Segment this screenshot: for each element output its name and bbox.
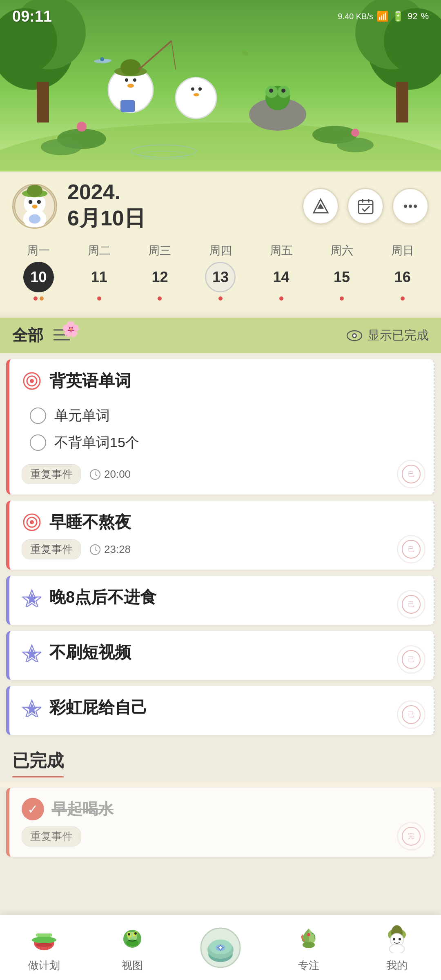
day-column-3[interactable]: 周四13 <box>205 243 236 301</box>
calendar-button[interactable] <box>347 188 384 225</box>
focus-nav-icon <box>292 922 325 955</box>
task-tag: 重复事件 <box>22 464 81 484</box>
task-card-task-2[interactable]: 早睡不熬夜重复事件 23:28已 <box>6 501 435 570</box>
target-icon <box>22 371 42 391</box>
svg-point-68 <box>353 334 356 337</box>
task-title: 背英语单词 <box>49 370 131 392</box>
day-number: 11 <box>84 262 114 292</box>
svg-point-112 <box>134 932 137 935</box>
day-column-2[interactable]: 周三12 <box>145 243 175 301</box>
stamp-decoration: 已 <box>397 460 425 488</box>
signal-icon: 📶 <box>376 11 389 22</box>
day-label: 周二 <box>88 243 111 258</box>
task-header: 晚8点后不进食 <box>22 586 421 608</box>
completed-section-title: 已完成 <box>12 749 64 777</box>
stamp-decoration: 已 <box>397 700 425 729</box>
task-card-task-1[interactable]: 背英语单词单元单词不背单词15个重复事件 20:00已 <box>6 359 435 494</box>
subtask-text: 不背单词15个 <box>54 433 139 452</box>
focus-nav[interactable]: 专注 <box>265 922 353 973</box>
avatar[interactable] <box>12 184 57 229</box>
battery-level: 92 <box>408 11 417 22</box>
show-completed-text: 显示已完成 <box>368 327 429 344</box>
svg-text:已: 已 <box>408 470 414 477</box>
task-card-task-5[interactable]: 彩虹屁给自己已 <box>6 686 435 735</box>
svg-point-13 <box>337 138 374 152</box>
status-time: 09:11 <box>12 8 52 25</box>
date-avatar-container: 2024. 6月10日 <box>12 180 145 233</box>
svg-text:已: 已 <box>408 656 414 663</box>
svg-point-79 <box>30 520 34 524</box>
task-card-task-4[interactable]: 不刷短视频已 <box>6 631 435 680</box>
task-tag: 重复事件 <box>22 539 81 559</box>
my-nav[interactable]: 我的 <box>353 922 441 973</box>
subtask-item-1[interactable]: 不背单词15个 <box>30 429 421 456</box>
add-nav[interactable] <box>176 925 265 970</box>
status-right: 9.40 KB/s 📶 🔋 92 % <box>338 11 429 22</box>
task-card-task-3[interactable]: 晚8点后不进食已 <box>6 576 435 625</box>
svg-point-53 <box>29 214 40 224</box>
svg-point-111 <box>128 933 130 935</box>
svg-line-74 <box>95 474 97 476</box>
filter-bar: 全部 🌸 显示已完成 <box>0 318 441 353</box>
svg-text:完: 完 <box>408 833 414 840</box>
week-separator <box>0 310 441 318</box>
header-section: 2024. 6月10日 <box>0 172 441 237</box>
svg-point-46 <box>29 200 32 204</box>
svg-point-30 <box>194 93 199 96</box>
completed-task-tag: 重复事件 <box>22 826 81 846</box>
svg-point-15 <box>351 129 359 137</box>
completed-task-completed-1[interactable]: ✓早起喝水重复事件完 <box>6 788 435 857</box>
show-completed-button[interactable]: 显示已完成 <box>346 327 429 344</box>
filter-label[interactable]: 全部 <box>12 325 43 346</box>
day-column-4[interactable]: 周五14 <box>266 243 296 301</box>
completed-section: 已完成 <box>0 741 441 782</box>
add-nav-icon <box>198 925 243 970</box>
header-buttons <box>302 188 429 225</box>
date-display: 2024. 6月10日 <box>67 180 145 233</box>
completed-task-list: ✓早起喝水重复事件完 <box>0 788 441 930</box>
day-number: 14 <box>266 262 296 292</box>
target-icon <box>22 512 42 532</box>
plan-nav-label: 做计划 <box>28 958 60 973</box>
day-number: 10 <box>23 262 54 292</box>
day-column-5[interactable]: 周六15 <box>327 243 357 301</box>
task-title: 彩虹屁给自己 <box>49 696 147 719</box>
dot-red <box>340 296 344 301</box>
task-title: 早睡不熬夜 <box>49 511 131 533</box>
view-nav-icon <box>116 922 149 955</box>
day-dots <box>158 296 162 301</box>
day-column-1[interactable]: 周二11 <box>84 243 114 301</box>
svg-text:已: 已 <box>408 546 414 552</box>
mountain-button[interactable] <box>302 188 339 225</box>
svg-point-35 <box>269 89 273 93</box>
completed-stamp: 完 <box>397 822 425 851</box>
svg-rect-5 <box>37 82 49 122</box>
svg-point-47 <box>37 200 41 204</box>
day-dots <box>218 296 223 301</box>
view-nav[interactable]: 视图 <box>88 922 176 973</box>
task-header: 彩虹屁给自己 <box>22 696 421 719</box>
svg-point-41 <box>100 57 104 61</box>
task-list: 背英语单词单元单词不背单词15个重复事件 20:00已 早睡不熬夜重复事件 23… <box>0 353 441 741</box>
more-button[interactable] <box>392 188 429 225</box>
svg-line-82 <box>95 550 97 551</box>
svg-point-22 <box>127 84 134 88</box>
svg-rect-9 <box>396 82 408 122</box>
subtask-item-0[interactable]: 单元单词 <box>30 402 421 429</box>
network-speed: 9.40 KB/s <box>338 12 373 21</box>
task-time: 20:00 <box>89 468 131 481</box>
day-dots <box>97 296 101 301</box>
svg-point-130 <box>390 944 404 953</box>
day-dots <box>33 296 44 301</box>
day-column-6[interactable]: 周日16 <box>387 243 418 301</box>
battery-icon: 🔋 <box>392 11 404 22</box>
day-column-0[interactable]: 周一10 <box>23 243 54 301</box>
task-meta: 重复事件 23:28 <box>22 539 421 559</box>
svg-point-71 <box>30 379 34 383</box>
my-nav-icon <box>381 922 413 955</box>
filter-icon[interactable]: 🌸 <box>51 327 72 345</box>
dot-red <box>158 296 162 301</box>
plan-nav[interactable]: 做计划 <box>0 922 88 973</box>
stamp-decoration: 已 <box>397 590 425 619</box>
svg-point-50 <box>27 185 42 197</box>
